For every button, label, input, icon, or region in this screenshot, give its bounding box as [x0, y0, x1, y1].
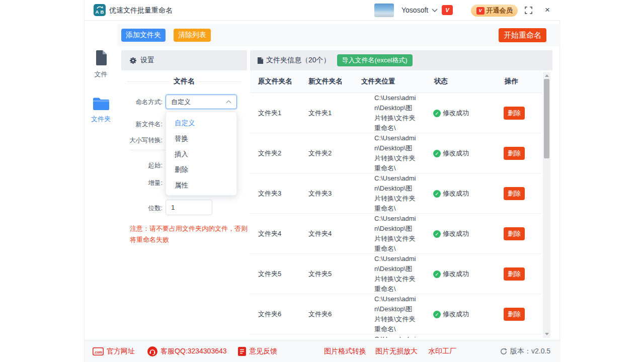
- vip-badge-icon[interactable]: V: [442, 5, 453, 15]
- old-name-cell: 文件夹3: [258, 189, 308, 198]
- username[interactable]: Yososoft: [401, 0, 428, 21]
- service-qq-link[interactable]: 客服QQ:3234303643: [147, 340, 227, 362]
- settings-panel-title: 设置: [140, 56, 154, 65]
- document-icon: [257, 57, 264, 64]
- settings-panel-header: 设置: [121, 50, 247, 70]
- table-row: 文件夹4 文件夹4 C:\Users\admin\Desktop\图片转换\文件…: [250, 214, 542, 254]
- folder-icon: [93, 97, 110, 110]
- filename-section-title: 文件名: [127, 76, 241, 86]
- svg-text:B: B: [101, 9, 104, 15]
- dropdown-option-custom[interactable]: 自定义: [166, 115, 236, 131]
- version-info: 版本：v2.0.5: [500, 340, 550, 362]
- old-name-cell: 文件夹6: [258, 310, 308, 319]
- feedback-link[interactable]: 意见反馈: [238, 340, 277, 362]
- link-watermark-factory[interactable]: 水印工厂: [428, 340, 456, 362]
- table-row-partial: C:\Users\admin\Desktop\图片转换\文件夹重命名\: [250, 334, 542, 338]
- status-cell: ✓修改成功: [433, 229, 505, 238]
- delete-button[interactable]: 删除: [504, 187, 525, 200]
- path-cell: C:\Users\admin\Desktop\图片转换\文件夹重命名\: [374, 173, 418, 214]
- warning-text: 注意：请不要占用文件夹内的文件，否则将重命名失败: [130, 223, 249, 245]
- titlebar: A B 优速文件批量重命名 Yososoft V V 开通会员 − ×: [85, 0, 560, 21]
- table-row: 文件夹1 文件夹1 C:\Users\admin\Desktop\图片转换\文件…: [250, 93, 542, 133]
- start-rename-button[interactable]: 开始重命名: [499, 28, 546, 42]
- success-check-icon: ✓: [433, 230, 441, 238]
- col-new-name: 新文件夹名: [308, 77, 361, 86]
- new-name-cell: 文件夹5: [308, 269, 361, 279]
- toolbar: 添加文件夹 清除列表 开始重命名: [117, 24, 560, 46]
- clear-list-button[interactable]: 清除列表: [174, 29, 211, 42]
- path-cell: C:\Users\admin\Desktop\图片转换\文件夹重命名\: [374, 254, 418, 294]
- path-cell: C:\Users\admin\Desktop\图片转换\文件夹重命名\: [374, 294, 418, 334]
- success-check-icon: ✓: [433, 110, 441, 117]
- maximize-button[interactable]: [524, 6, 533, 15]
- refresh-icon[interactable]: [500, 348, 507, 355]
- scroll-up-arrow[interactable]: [545, 74, 549, 77]
- file-icon: [95, 50, 108, 65]
- table-body: 文件夹1 文件夹1 C:\Users\admin\Desktop\图片转换\文件…: [250, 93, 542, 338]
- dropdown-option-delete[interactable]: 删除: [166, 162, 236, 177]
- table-row: 文件夹5 文件夹5 C:\Users\admin\Desktop\图片转换\文件…: [250, 254, 542, 294]
- settings-panel: 设置 文件名 命名方式: 自定义 新文件名: 大小写转换: 起始: 增量: 位数…: [121, 50, 247, 332]
- delete-button[interactable]: 删除: [504, 107, 525, 120]
- col-action: 操作: [505, 77, 542, 86]
- col-old-name: 原文件夹名: [258, 77, 308, 86]
- new-name-cell: 文件夹6: [308, 310, 361, 319]
- divider-line: [127, 81, 170, 82]
- case-convert-label: 大小写转换:: [121, 136, 163, 145]
- app-logo-icon: A B: [94, 4, 106, 16]
- link-image-format-convert[interactable]: 图片格式转换: [324, 340, 366, 362]
- delete-button[interactable]: 删除: [504, 227, 525, 240]
- footer: .com 官方网址 客服QQ:3234303643: [85, 340, 560, 362]
- scrollbar[interactable]: [543, 72, 550, 338]
- dropdown-option-attribute[interactable]: 属性: [166, 177, 236, 193]
- digits-input[interactable]: [166, 200, 212, 215]
- add-folder-button[interactable]: 添加文件夹: [121, 29, 166, 42]
- minimize-button[interactable]: −: [506, 6, 515, 15]
- delete-button[interactable]: 删除: [504, 308, 525, 321]
- official-website-link[interactable]: .com 官方网址: [93, 340, 135, 362]
- success-check-icon: ✓: [433, 270, 441, 278]
- naming-method-label: 命名方式:: [121, 98, 163, 107]
- link-image-lossless-enlarge[interactable]: 图片无损放大: [375, 340, 418, 362]
- scrollbar-thumb[interactable]: [544, 79, 549, 158]
- maximize-icon: [525, 7, 532, 14]
- app-window: A B 优速文件批量重命名 Yososoft V V 开通会员 − × 添加文件…: [84, 0, 560, 362]
- naming-method-select[interactable]: 自定义: [166, 95, 237, 109]
- path-cell: C:\Users\admin\Desktop\图片转换\文件夹重命名\: [374, 93, 418, 133]
- chevron-down-icon[interactable]: [432, 9, 438, 12]
- path-cell: C:\Users\admin\Desktop\图片转换\文件夹重命名\: [374, 214, 418, 254]
- old-name-cell: 文件夹4: [258, 229, 308, 238]
- path-cell: C:\Users\admin\Desktop\图片转换\文件夹重命名\: [374, 334, 418, 338]
- sidebar-folder-label: 文件夹: [85, 115, 117, 124]
- success-check-icon: ✓: [433, 190, 441, 198]
- sidebar-file-label: 文件: [85, 70, 117, 79]
- old-name-cell: 文件夹1: [258, 109, 308, 118]
- app-title: 优速文件批量重命名: [109, 0, 173, 21]
- dropdown-option-insert[interactable]: 插入: [166, 146, 236, 162]
- increment-label: 增量:: [121, 179, 163, 188]
- user-avatar[interactable]: [374, 4, 394, 17]
- headset-icon: [147, 346, 157, 356]
- naming-method-value: 自定义: [171, 98, 226, 107]
- new-filename-label: 新文件名:: [121, 120, 163, 129]
- success-check-icon: ✓: [433, 311, 441, 318]
- status-cell: ✓修改成功: [433, 149, 505, 158]
- sidebar-item-folder[interactable]: 文件夹: [85, 97, 117, 124]
- old-name-cell: 文件夹5: [258, 269, 308, 279]
- table-row: 文件夹3 文件夹3 C:\Users\admin\Desktop\图片转换\文件…: [250, 173, 542, 214]
- delete-button[interactable]: 删除: [504, 267, 525, 281]
- import-excel-button[interactable]: 导入文件名(excel格式): [337, 54, 413, 66]
- scroll-down-arrow[interactable]: [545, 333, 549, 335]
- dropdown-option-replace[interactable]: 替换: [166, 131, 236, 146]
- close-button[interactable]: ×: [543, 6, 552, 15]
- delete-button[interactable]: 删除: [504, 147, 525, 160]
- table-row: 文件夹6 文件夹6 C:\Users\admin\Desktop\图片转换\文件…: [250, 294, 542, 334]
- divider-line: [199, 81, 241, 82]
- new-name-cell: 文件夹2: [308, 149, 361, 158]
- feedback-doc-icon: [238, 347, 246, 356]
- status-cell: ✓修改成功: [433, 310, 505, 319]
- gear-icon: [129, 57, 137, 64]
- svg-text:.com: .com: [94, 350, 102, 354]
- sidebar-item-file[interactable]: 文件: [85, 50, 117, 79]
- new-name-cell: 文件夹4: [308, 229, 361, 238]
